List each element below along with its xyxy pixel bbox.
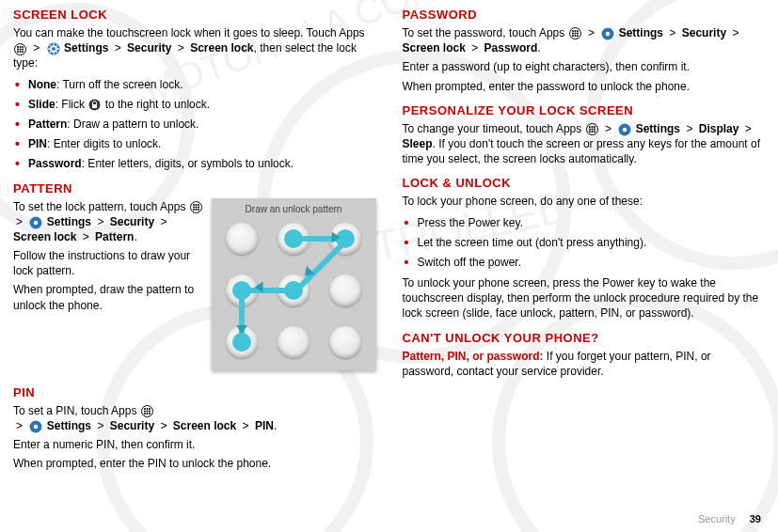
svg-line-25 [56, 45, 57, 46]
list-item: Let the screen time out (don't press any… [403, 235, 766, 250]
list-item: Press the Power key. [403, 215, 766, 230]
heading-personalize: Personalize your lock screen [403, 103, 766, 117]
svg-point-59 [572, 35, 574, 37]
svg-point-12 [20, 48, 22, 50]
svg-point-73 [594, 131, 595, 133]
bold: Pattern [28, 117, 67, 131]
text: to the right to unlock. [102, 98, 210, 111]
password-p1: To set the password, touch Apps > Settin… [403, 25, 766, 55]
heading-cant-unlock: Can't unlock your phone? [403, 331, 766, 345]
svg-point-71 [589, 131, 591, 133]
text: : Draw a pattern to unlock. [67, 117, 198, 131]
gt: > [115, 41, 121, 55]
svg-point-49 [149, 413, 151, 415]
gt: > [160, 419, 167, 432]
page-footer: Security 39 [698, 513, 761, 524]
lock-icon [88, 99, 101, 111]
svg-point-30 [195, 204, 197, 206]
svg-point-72 [591, 131, 593, 133]
gt: > [16, 419, 23, 432]
svg-point-56 [572, 33, 574, 35]
bold: Settings [636, 122, 680, 135]
bold: Screen lock [173, 419, 236, 432]
gear-icon [601, 27, 614, 40]
svg-point-45 [146, 410, 148, 412]
svg-point-51 [34, 424, 38, 428]
text: To set the lock pattern, touch Apps [13, 200, 185, 213]
list-item: Switch off the power. [403, 255, 766, 270]
list-item: Password: Enter letters, digits, or symb… [13, 156, 376, 171]
text: : Flick [56, 98, 88, 111]
lockunlock-p2: To unlock your phone screen, press the P… [403, 275, 766, 321]
svg-point-37 [198, 209, 199, 211]
svg-point-68 [589, 129, 591, 131]
text: To set a PIN, touch Apps [13, 404, 136, 417]
svg-point-55 [577, 30, 579, 32]
list-item: Pattern: Draw a pattern to unlock. [13, 117, 376, 132]
text: To change your timeout, touch Apps [403, 122, 582, 135]
svg-point-16 [22, 51, 24, 53]
svg-point-69 [591, 129, 593, 131]
gt: > [243, 419, 249, 432]
gt: > [16, 215, 23, 228]
svg-point-15 [20, 51, 22, 53]
svg-point-63 [606, 32, 610, 36]
bold: Screen lock [13, 230, 76, 243]
svg-line-24 [50, 52, 51, 53]
bold: Settings [619, 26, 663, 39]
pattern-caption: Draw an unlock pattern [215, 204, 373, 214]
apps-icon [14, 43, 26, 55]
password-p3: When prompted, enter the password to unl… [403, 79, 766, 94]
text: . If you don't touch the screen or press… [403, 137, 761, 165]
footer-page-number: 39 [750, 513, 761, 524]
text: You can make the touchscreen lock when i… [13, 26, 365, 39]
svg-point-10 [22, 46, 24, 48]
gt: > [33, 41, 40, 55]
password-p2: Enter a password (up to eight characters… [403, 59, 766, 74]
gear-icon [618, 123, 631, 136]
svg-point-60 [574, 35, 576, 37]
list-item: Slide: Flick to the right to unlock. [13, 97, 376, 112]
bold: PIN [255, 419, 274, 432]
gt: > [97, 215, 103, 228]
list-item: None: Turn off the screen lock. [13, 77, 376, 92]
gt: > [669, 26, 675, 39]
bold: PIN [28, 137, 47, 150]
svg-point-14 [17, 51, 19, 53]
text: To set the password, touch Apps [403, 26, 565, 39]
list-item: PIN: Enter digits to unlock. [13, 136, 376, 151]
svg-point-66 [591, 126, 593, 128]
heading-screen-lock: Screen lock [13, 8, 376, 22]
svg-point-43 [149, 408, 151, 410]
svg-line-22 [50, 45, 51, 46]
svg-point-70 [594, 129, 595, 131]
bold: Security [682, 26, 726, 39]
bold: Password [28, 157, 82, 170]
gt: > [732, 26, 738, 39]
footer-section: Security [698, 513, 736, 524]
heading-pattern: Pattern [13, 181, 376, 196]
gt: > [686, 122, 692, 135]
bold: Pattern [95, 230, 134, 243]
lead: Pattern, PIN, or password: [403, 350, 544, 363]
pin-p2: Enter a numeric PIN, then confirm it. [13, 437, 376, 452]
screenlock-options: None: Turn off the screen lock. Slide: F… [13, 77, 376, 172]
svg-point-13 [22, 48, 24, 50]
heading-password: Password [403, 8, 766, 22]
svg-point-41 [144, 408, 146, 410]
svg-point-35 [193, 209, 195, 211]
gt: > [178, 41, 184, 55]
apps-icon [586, 123, 598, 135]
personalize-p1: To change your timeout, touch Apps > Set… [403, 121, 766, 167]
gt: > [83, 230, 89, 243]
svg-point-39 [34, 220, 38, 224]
svg-point-48 [146, 413, 148, 415]
gt: > [605, 122, 611, 135]
svg-point-9 [20, 46, 22, 48]
gear-icon [29, 216, 42, 229]
gear-icon [47, 42, 60, 55]
screenlock-intro: You can make the touchscreen lock when i… [13, 25, 376, 71]
svg-point-34 [198, 206, 199, 208]
svg-point-46 [149, 410, 151, 412]
svg-point-67 [594, 126, 595, 128]
